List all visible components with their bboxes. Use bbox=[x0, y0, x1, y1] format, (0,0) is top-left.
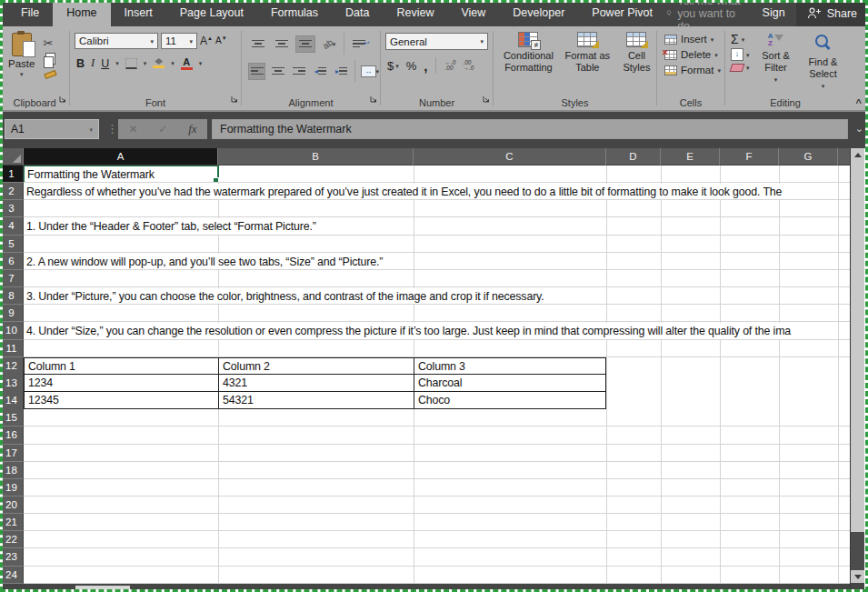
row-header-23[interactable]: 23 bbox=[0, 548, 24, 566]
borders-icon[interactable] bbox=[125, 58, 137, 69]
tab-insert[interactable]: Insert bbox=[111, 0, 166, 26]
share-button[interactable]: Share bbox=[796, 0, 868, 26]
table-cell[interactable]: Column 3 bbox=[414, 357, 606, 375]
row-header-6[interactable]: 6 bbox=[0, 253, 24, 270]
row-cells[interactable]: 1. Under the “Header & Footer” tab, sele… bbox=[24, 217, 850, 234]
font-family-select[interactable]: Calibri ▾ bbox=[75, 33, 158, 49]
row-header-17[interactable]: 17 bbox=[0, 445, 24, 462]
row-header-22[interactable]: 22 bbox=[0, 531, 24, 548]
expand-formula-bar-icon[interactable]: ⌄ bbox=[855, 123, 863, 135]
row-header-3[interactable]: 3 bbox=[0, 200, 24, 217]
column-header-a[interactable]: A bbox=[24, 148, 218, 166]
scroll-up-button[interactable] bbox=[851, 148, 864, 161]
row-cells[interactable]: 4. Under “Size,” you can change the reso… bbox=[24, 322, 850, 338]
column-header-b[interactable]: B bbox=[218, 148, 414, 166]
row-cells[interactable] bbox=[24, 340, 850, 356]
caret-icon[interactable]: ▾ bbox=[144, 60, 147, 66]
column-header-d[interactable]: D bbox=[606, 148, 661, 166]
delete-cells-button[interactable]: ✕ Delete ▾ bbox=[664, 49, 724, 60]
caret-icon[interactable]: ▾ bbox=[115, 60, 119, 66]
table-cell[interactable]: Choco bbox=[414, 392, 606, 409]
row-header-15[interactable]: 15 bbox=[0, 409, 24, 426]
increase-indent-button[interactable]: ▸ bbox=[333, 63, 350, 80]
align-bottom-button[interactable] bbox=[295, 35, 315, 53]
vertical-scroll-thumb[interactable] bbox=[851, 161, 864, 532]
row-cells[interactable]: 2. A new window will pop-up, and you’ll … bbox=[24, 253, 850, 269]
clipboard-dialog-launcher[interactable] bbox=[59, 90, 66, 106]
row-cells[interactable]: Regardless of whether you’ve had the wat… bbox=[24, 183, 850, 199]
row-cells[interactable] bbox=[24, 445, 850, 461]
row-cells[interactable] bbox=[24, 462, 850, 478]
selected-cell-a1[interactable]: Formatting the Watermark bbox=[24, 166, 219, 182]
number-format-select[interactable]: General ▾ bbox=[385, 33, 488, 50]
format-as-table-button[interactable]: Format as Table bbox=[562, 32, 614, 74]
table-cell[interactable]: 12345 bbox=[24, 392, 218, 409]
table-cell[interactable]: 4321 bbox=[218, 375, 414, 392]
formula-bar-grip-icon[interactable]: ⋮ bbox=[106, 122, 118, 135]
column-header-g[interactable]: G bbox=[779, 148, 838, 166]
align-middle-button[interactable] bbox=[272, 35, 292, 53]
table-cell[interactable]: 1234 bbox=[24, 375, 218, 392]
column-header-e[interactable]: E bbox=[661, 148, 720, 166]
orientation-button[interactable]: ab▾ bbox=[319, 35, 339, 53]
row-header-2[interactable]: 2 bbox=[0, 183, 24, 200]
number-dialog-launcher[interactable] bbox=[483, 90, 490, 106]
alignment-dialog-launcher[interactable] bbox=[370, 90, 377, 106]
row-header-11[interactable]: 11 bbox=[0, 340, 24, 357]
row-cells[interactable] bbox=[24, 479, 850, 496]
align-right-button[interactable] bbox=[290, 63, 307, 80]
tab-review[interactable]: Review bbox=[383, 0, 447, 26]
row-header-9[interactable]: 9 bbox=[0, 305, 24, 322]
row-cells[interactable]: 1234554321Choco bbox=[24, 392, 850, 409]
fill-handle[interactable] bbox=[213, 177, 219, 182]
percent-format-button[interactable]: % bbox=[406, 59, 417, 73]
row-header-18[interactable]: 18 bbox=[0, 462, 24, 479]
tab-developer[interactable]: Developer bbox=[499, 0, 578, 26]
format-painter-icon[interactable] bbox=[45, 70, 57, 79]
format-cells-button[interactable]: Format ▾ bbox=[664, 65, 724, 75]
font-size-select[interactable]: 11 ▾ bbox=[161, 33, 197, 49]
tab-view[interactable]: View bbox=[447, 0, 499, 26]
column-header-c[interactable]: C bbox=[414, 148, 606, 166]
table-cell[interactable]: Charcoal bbox=[414, 375, 606, 392]
copy-icon[interactable] bbox=[45, 53, 55, 65]
autosum-button[interactable]: Σ▾ bbox=[731, 33, 750, 45]
align-left-button[interactable] bbox=[248, 63, 265, 80]
confirm-entry-icon[interactable]: ✓ bbox=[158, 123, 167, 135]
decrease-decimal-button[interactable]: .00→.0 bbox=[463, 60, 474, 72]
row-header-16[interactable]: 16 bbox=[0, 426, 24, 444]
collapse-ribbon-icon[interactable]: ^ bbox=[856, 97, 862, 108]
row-cells[interactable] bbox=[24, 514, 850, 530]
wrap-text-button[interactable]: ↩ bbox=[349, 35, 369, 53]
italic-button[interactable]: I bbox=[91, 56, 95, 70]
row-cells[interactable] bbox=[24, 548, 850, 565]
fill-color-icon[interactable] bbox=[153, 58, 165, 68]
row-header-14[interactable]: 14 bbox=[0, 392, 24, 410]
row-header-7[interactable]: 7 bbox=[0, 270, 24, 287]
row-cells[interactable] bbox=[24, 409, 850, 426]
cut-icon[interactable]: ✂ bbox=[43, 37, 56, 49]
paste-button[interactable]: Paste ▾ bbox=[8, 33, 35, 77]
row-header-10[interactable]: 10 bbox=[0, 322, 24, 339]
row-header-4[interactable]: 4 bbox=[0, 217, 24, 235]
caret-icon[interactable]: ▾ bbox=[199, 60, 203, 66]
row-cells[interactable]: 12344321Charcoal bbox=[24, 375, 850, 392]
increase-decimal-button[interactable]: ←.0.00 bbox=[444, 60, 455, 72]
table-cell[interactable]: 54321 bbox=[218, 392, 414, 409]
row-header-24[interactable]: 24 bbox=[0, 567, 24, 584]
row-header-5[interactable]: 5 bbox=[0, 236, 24, 253]
row-header-19[interactable]: 19 bbox=[0, 479, 24, 497]
tab-power-pivot[interactable]: Power Pivot bbox=[578, 0, 666, 26]
merge-center-button[interactable]: ↔▾ bbox=[360, 63, 380, 80]
find-select-button[interactable]: Find & Select ▾ bbox=[803, 33, 844, 89]
tab-formulas[interactable]: Formulas bbox=[257, 0, 332, 26]
row-cells[interactable]: Column 1Column 2Column 3 bbox=[24, 357, 850, 375]
decrease-indent-button[interactable]: ◂ bbox=[312, 63, 329, 80]
row-cells[interactable] bbox=[24, 236, 850, 252]
align-top-button[interactable] bbox=[248, 35, 268, 53]
tab-page-layout[interactable]: Page Layout bbox=[166, 0, 257, 26]
font-color-icon[interactable]: A bbox=[181, 57, 193, 70]
fill-button[interactable]: ↓▾ bbox=[731, 48, 750, 61]
row-header-1[interactable]: 1 bbox=[0, 166, 24, 183]
horizontal-scrollbar[interactable] bbox=[0, 584, 850, 592]
